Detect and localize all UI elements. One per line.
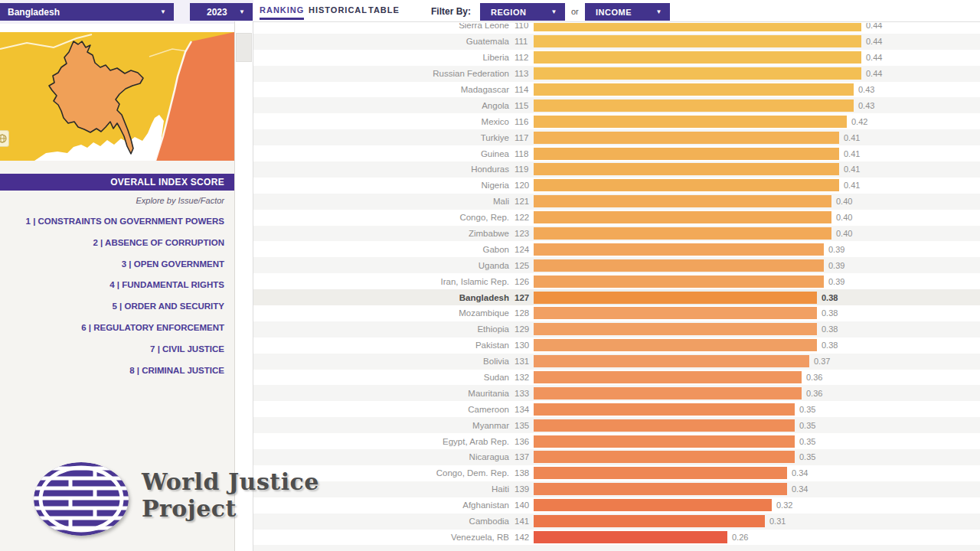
ranking-row[interactable]: Egypt, Arab Rep.1360.35 — [253, 433, 980, 449]
score-bar[interactable] — [534, 467, 787, 479]
map-attribution-button[interactable] — [0, 130, 9, 147]
ranking-row[interactable]: Myanmar1350.35 — [253, 417, 980, 433]
score-bar[interactable] — [534, 371, 802, 383]
score-bar[interactable] — [534, 499, 772, 511]
score-value: 0.43 — [858, 85, 874, 94]
score-value: 0.26 — [732, 533, 748, 542]
ranking-row[interactable]: Bolivia1310.37 — [253, 354, 980, 370]
score-value: 0.39 — [828, 261, 844, 270]
ranking-row[interactable]: Congo, Rep.1220.40 — [253, 210, 980, 226]
score-bar[interactable] — [534, 243, 824, 256]
country-label: Sudan — [253, 373, 509, 382]
ranking-row[interactable]: Sierra Leone1100.44 — [253, 23, 980, 34]
score-bar[interactable] — [534, 451, 795, 463]
ranking-row[interactable]: Mexico1160.42 — [253, 113, 980, 129]
score-bar[interactable] — [534, 132, 839, 144]
ranking-row[interactable]: Cambodia1410.31 — [253, 514, 980, 530]
ranking-row[interactable]: Cameroon1340.35 — [253, 401, 980, 417]
score-bar[interactable] — [534, 387, 802, 399]
ranking-row[interactable]: Zimbabwe1230.40 — [253, 226, 980, 242]
ranking-row[interactable]: Mali1210.40 — [253, 194, 980, 210]
score-bar[interactable] — [534, 483, 787, 495]
ranking-row[interactable]: Pakistan1300.38 — [253, 337, 980, 354]
score-bar[interactable] — [534, 419, 795, 432]
score-value: 0.39 — [828, 245, 844, 254]
income-filter-value: INCOME — [596, 8, 632, 17]
ranking-row[interactable]: Mauritania1330.36 — [253, 385, 980, 401]
tab-table[interactable]: TABLE — [368, 5, 400, 18]
ranking-row[interactable]: Liberia1120.44 — [253, 50, 980, 66]
ranking-row[interactable]: Nigeria1200.41 — [253, 178, 980, 194]
ranking-row[interactable]: Sudan1320.36 — [253, 370, 980, 386]
score-bar[interactable] — [534, 292, 817, 304]
chart-scrollbar-thumb[interactable] — [236, 33, 252, 62]
factor-link[interactable]: 8 | CRIMINAL JUSTICE — [0, 360, 224, 382]
chart-header: RANKING HISTORICAL TABLE Filter By: REGI… — [253, 0, 980, 22]
score-bar[interactable] — [534, 23, 861, 31]
score-bar[interactable] — [534, 195, 831, 207]
score-bar[interactable] — [534, 211, 831, 223]
bangladesh-map[interactable] — [0, 32, 234, 161]
overall-index-score-banner[interactable]: OVERALL INDEX SCORE — [0, 174, 234, 191]
factor-link[interactable]: 7 | CIVIL JUSTICE — [0, 339, 224, 360]
ranking-row[interactable]: Afghanistan1400.32 — [253, 497, 980, 514]
score-bar[interactable] — [534, 116, 847, 128]
score-bar[interactable] — [534, 67, 861, 80]
score-value: 0.44 — [866, 23, 882, 30]
score-bar[interactable] — [534, 163, 839, 175]
country-label: Uganda — [253, 261, 509, 270]
ranking-row[interactable]: Angola1150.43 — [253, 97, 980, 113]
ranking-row[interactable]: Haiti1390.34 — [253, 481, 980, 497]
score-bar[interactable] — [534, 276, 824, 288]
score-bar[interactable] — [534, 403, 795, 416]
factor-link[interactable]: 3 | OPEN GOVERNMENT — [0, 254, 224, 276]
score-bar[interactable] — [534, 83, 854, 96]
ranking-row[interactable]: Mozambique1280.38 — [253, 305, 980, 321]
score-bar[interactable] — [534, 355, 809, 367]
logo-wordmark: World Justice Project — [142, 468, 319, 522]
ranking-row[interactable]: Congo, Dem. Rep.1380.34 — [253, 465, 980, 481]
score-bar[interactable] — [534, 35, 861, 47]
score-bar[interactable] — [534, 227, 831, 240]
factor-link[interactable]: 1 | CONSTRAINTS ON GOVERNMENT POWERS — [0, 211, 224, 233]
ranking-row[interactable]: Turkiye1170.41 — [253, 129, 980, 145]
income-filter-dropdown[interactable]: INCOME ▼ — [585, 3, 670, 21]
country-dropdown[interactable]: Bangladesh ▼ — [0, 3, 174, 21]
ranking-row[interactable]: Gabon1240.39 — [253, 241, 980, 257]
ranking-row[interactable]: Venezuela, RB1420.26 — [253, 530, 980, 546]
score-bar[interactable] — [534, 148, 839, 160]
score-bar[interactable] — [534, 307, 817, 319]
score-bar[interactable] — [534, 435, 795, 448]
score-bar[interactable] — [534, 259, 824, 272]
region-filter-dropdown[interactable]: REGION ▼ — [480, 3, 565, 21]
factor-link[interactable]: 5 | ORDER AND SECURITY — [0, 296, 224, 318]
ranking-row[interactable]: Nicaragua1370.35 — [253, 449, 980, 465]
ranking-row[interactable]: Iran, Islamic Rep.1260.39 — [253, 273, 980, 289]
ranking-row[interactable]: Russian Federation1130.44 — [253, 66, 980, 82]
ranking-row[interactable]: Guinea1180.41 — [253, 145, 980, 161]
country-label: Bangladesh — [253, 293, 509, 302]
score-bar[interactable] — [534, 51, 861, 64]
ranking-row[interactable]: Honduras1190.41 — [253, 161, 980, 178]
ranking-row[interactable]: Guatemala1110.44 — [253, 34, 980, 50]
score-bar[interactable] — [534, 179, 839, 191]
factor-link[interactable]: 4 | FUNDAMENTAL RIGHTS — [0, 275, 224, 296]
year-dropdown[interactable]: 2023 ▼ — [190, 3, 253, 21]
country-label: Nigeria — [253, 181, 509, 190]
ranking-row[interactable]: Bangladesh1270.38 — [253, 289, 980, 305]
score-value: 0.36 — [806, 389, 822, 398]
factor-link[interactable]: 6 | REGULATORY ENFORCEMENT — [0, 318, 224, 339]
tab-historical[interactable]: HISTORICAL — [309, 5, 368, 18]
factor-link[interactable]: 2 | ABSENCE OF CORRUPTION — [0, 233, 224, 254]
tab-ranking[interactable]: RANKING — [260, 5, 304, 20]
score-bar[interactable] — [534, 515, 765, 527]
ranking-row[interactable]: Madagascar1140.43 — [253, 82, 980, 98]
score-bar[interactable] — [534, 99, 854, 112]
score-bar[interactable] — [534, 323, 817, 335]
ranking-row[interactable]: Ethiopia1290.38 — [253, 321, 980, 337]
ranking-row[interactable]: Uganda1250.39 — [253, 257, 980, 273]
score-bar[interactable] — [534, 531, 727, 543]
country-label: Liberia — [253, 53, 509, 62]
score-bar[interactable] — [534, 339, 817, 351]
score-value: 0.35 — [799, 452, 815, 461]
